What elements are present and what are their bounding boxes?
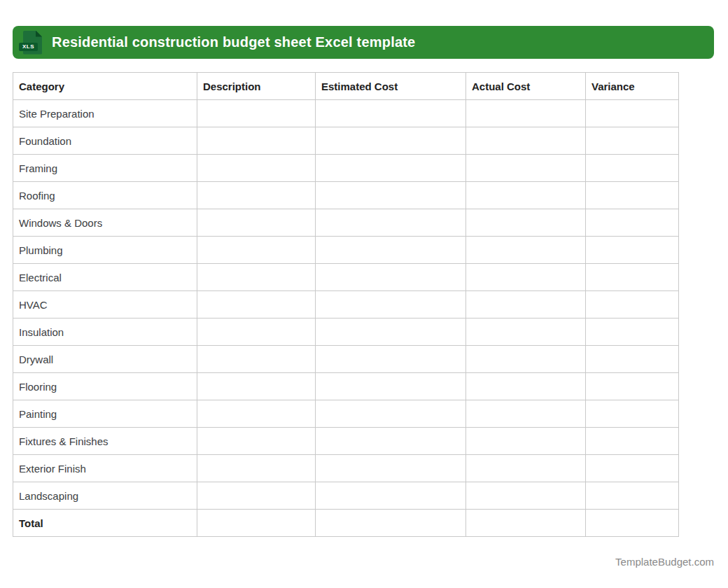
table-row: Insulation <box>13 318 679 346</box>
actual-cost-cell <box>466 155 586 182</box>
estimated-cost-cell <box>316 318 466 346</box>
variance-cell <box>586 264 679 291</box>
category-cell: Roofing <box>13 182 197 209</box>
page-title: Residential construction budget sheet Ex… <box>52 34 415 50</box>
variance-cell <box>586 482 679 510</box>
budget-table: CategoryDescriptionEstimated CostActual … <box>13 72 679 537</box>
description-cell <box>197 346 316 373</box>
variance-cell <box>586 182 679 209</box>
variance-cell <box>586 373 679 400</box>
actual-cost-cell <box>466 100 586 127</box>
estimated-cost-cell <box>316 237 466 264</box>
actual-cost-cell <box>466 482 586 510</box>
variance-cell <box>586 455 679 482</box>
category-cell: Total <box>13 510 197 537</box>
estimated-cost-cell <box>316 428 466 455</box>
description-cell <box>197 100 316 127</box>
column-header: Actual Cost <box>466 73 586 100</box>
category-cell: Foundation <box>13 127 197 155</box>
actual-cost-cell <box>466 127 586 155</box>
category-cell: Drywall <box>13 346 197 373</box>
variance-cell <box>586 428 679 455</box>
variance-cell <box>586 237 679 264</box>
table-body: Site PreparationFoundationFramingRoofing… <box>13 100 679 537</box>
estimated-cost-cell <box>316 155 466 182</box>
description-cell <box>197 264 316 291</box>
budget-table-container: CategoryDescriptionEstimated CostActual … <box>13 72 679 537</box>
category-cell: Insulation <box>13 318 197 346</box>
column-header: Category <box>13 73 197 100</box>
title-banner: XLS Residential construction budget shee… <box>13 26 714 59</box>
variance-cell <box>586 100 679 127</box>
table-row: HVAC <box>13 291 679 318</box>
description-cell <box>197 318 316 346</box>
description-cell <box>197 291 316 318</box>
estimated-cost-cell <box>316 373 466 400</box>
column-header: Estimated Cost <box>316 73 466 100</box>
estimated-cost-cell <box>316 510 466 537</box>
variance-cell <box>586 318 679 346</box>
description-cell <box>197 182 316 209</box>
actual-cost-cell <box>466 237 586 264</box>
category-cell: Landscaping <box>13 482 197 510</box>
description-cell <box>197 400 316 428</box>
table-row: Exterior Finish <box>13 455 679 482</box>
header-row: CategoryDescriptionEstimated CostActual … <box>13 73 679 100</box>
estimated-cost-cell <box>316 400 466 428</box>
table-row: Framing <box>13 155 679 182</box>
table-row: Site Preparation <box>13 100 679 127</box>
table-row: Windows & Doors <box>13 209 679 237</box>
table-row: Flooring <box>13 373 679 400</box>
category-cell: Windows & Doors <box>13 209 197 237</box>
actual-cost-cell <box>466 510 586 537</box>
category-cell: HVAC <box>13 291 197 318</box>
table-row: Total <box>13 510 679 537</box>
description-cell <box>197 237 316 264</box>
variance-cell <box>586 400 679 428</box>
description-cell <box>197 455 316 482</box>
table-row: Roofing <box>13 182 679 209</box>
column-header: Variance <box>586 73 679 100</box>
file-fold-corner <box>36 31 42 37</box>
estimated-cost-cell <box>316 127 466 155</box>
estimated-cost-cell <box>316 264 466 291</box>
category-cell: Site Preparation <box>13 100 197 127</box>
estimated-cost-cell <box>316 455 466 482</box>
actual-cost-cell <box>466 264 586 291</box>
description-cell <box>197 482 316 510</box>
table-row: Fixtures & Finishes <box>13 428 679 455</box>
actual-cost-cell <box>466 428 586 455</box>
category-cell: Plumbing <box>13 237 197 264</box>
table-row: Landscaping <box>13 482 679 510</box>
estimated-cost-cell <box>316 482 466 510</box>
actual-cost-cell <box>466 346 586 373</box>
category-cell: Flooring <box>13 373 197 400</box>
table-row: Foundation <box>13 127 679 155</box>
xls-file-icon: XLS <box>23 31 42 55</box>
description-cell <box>197 155 316 182</box>
estimated-cost-cell <box>316 100 466 127</box>
actual-cost-cell <box>466 455 586 482</box>
description-cell <box>197 428 316 455</box>
actual-cost-cell <box>466 318 586 346</box>
estimated-cost-cell <box>316 209 466 237</box>
category-cell: Electrical <box>13 264 197 291</box>
category-cell: Fixtures & Finishes <box>13 428 197 455</box>
variance-cell <box>586 291 679 318</box>
category-cell: Exterior Finish <box>13 455 197 482</box>
estimated-cost-cell <box>316 346 466 373</box>
variance-cell <box>586 155 679 182</box>
table-row: Drywall <box>13 346 679 373</box>
column-header: Description <box>197 73 316 100</box>
estimated-cost-cell <box>316 291 466 318</box>
variance-cell <box>586 510 679 537</box>
xls-badge-label: XLS <box>19 43 38 51</box>
variance-cell <box>586 346 679 373</box>
estimated-cost-cell <box>316 182 466 209</box>
table-row: Plumbing <box>13 237 679 264</box>
category-cell: Framing <box>13 155 197 182</box>
actual-cost-cell <box>466 400 586 428</box>
actual-cost-cell <box>466 209 586 237</box>
description-cell <box>197 209 316 237</box>
description-cell <box>197 510 316 537</box>
